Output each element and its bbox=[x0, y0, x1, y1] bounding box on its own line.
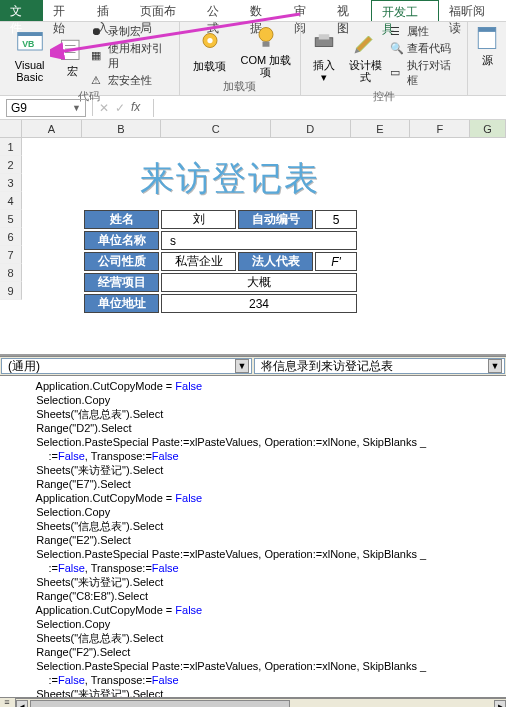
sheet-title: 来访登记表 bbox=[140, 156, 320, 202]
visitor-form-table: 姓名 刘 自动编号 5 单位名称 s 公司性质 私营企业 法人代表 F' 经营项… bbox=[82, 208, 359, 315]
cell-name[interactable]: 刘 bbox=[161, 210, 236, 229]
column-headers: A B C D E F G bbox=[0, 120, 506, 138]
cell-address[interactable]: 234 bbox=[161, 294, 357, 313]
svg-point-8 bbox=[207, 38, 212, 43]
tab-data[interactable]: 数据 bbox=[240, 0, 283, 21]
ribbon-tabs: 文件 开始 插入 页面布局 公式 数据 审阅 视图 开发工具 福昕阅读 bbox=[0, 0, 506, 22]
cell-reference: G9 bbox=[11, 101, 27, 115]
name-box[interactable]: G9 ▼ bbox=[6, 99, 86, 117]
scroll-right-icon[interactable]: ▸ bbox=[494, 700, 506, 707]
visual-basic-button[interactable]: VB Visual Basic bbox=[6, 24, 53, 88]
spreadsheet: A B C D E F G 1 2 3 4 5 6 7 8 9 来访登记表 姓名… bbox=[0, 120, 506, 356]
insert-control-icon bbox=[310, 29, 338, 57]
row-header-9[interactable]: 9 bbox=[0, 282, 22, 300]
source-label: 源 bbox=[482, 54, 493, 66]
relative-ref-button[interactable]: ▦使用相对引用 bbox=[91, 41, 173, 71]
tab-developer[interactable]: 开发工具 bbox=[371, 0, 440, 21]
label-org-name: 单位名称 bbox=[84, 231, 159, 250]
cell-auto-id[interactable]: 5 bbox=[315, 210, 357, 229]
tab-home[interactable]: 开始 bbox=[43, 0, 86, 21]
record-macro-button[interactable]: ⏺录制宏 bbox=[91, 24, 173, 39]
col-header-F[interactable]: F bbox=[410, 120, 470, 138]
row-header-2[interactable]: 2 bbox=[0, 156, 22, 174]
cell-business[interactable]: 大概 bbox=[161, 273, 357, 292]
source-button[interactable]: 源 bbox=[474, 24, 500, 66]
com-addins-button[interactable]: COM 加载项 bbox=[238, 24, 294, 78]
macro-security-button[interactable]: ⚠宏安全性 bbox=[91, 73, 173, 88]
vba-bottom-bar: ≡▦ ◂ ▸ bbox=[0, 698, 506, 707]
label-name: 姓名 bbox=[84, 210, 159, 229]
vba-horizontal-scrollbar[interactable]: ◂ ▸ bbox=[16, 698, 506, 707]
relative-ref-icon: ▦ bbox=[91, 49, 105, 63]
view-code-button[interactable]: 🔍查看代码 bbox=[390, 41, 461, 56]
label-legal-rep: 法人代表 bbox=[238, 252, 313, 271]
cell-legal-rep[interactable]: F' bbox=[315, 252, 357, 271]
row-header-3[interactable]: 3 bbox=[0, 174, 22, 192]
tab-formula[interactable]: 公式 bbox=[197, 0, 240, 21]
col-header-C[interactable]: C bbox=[161, 120, 271, 138]
vba-object-value: (通用) bbox=[8, 358, 40, 375]
tab-foxit[interactable]: 福昕阅读 bbox=[439, 0, 506, 21]
insert-control-button[interactable]: 插入▾ bbox=[307, 24, 341, 88]
row-header-8[interactable]: 8 bbox=[0, 264, 22, 282]
group-xml: 源 bbox=[468, 22, 506, 95]
vba-view-buttons[interactable]: ≡▦ bbox=[0, 698, 16, 707]
label-company-type: 公司性质 bbox=[84, 252, 159, 271]
vba-procedure-combo[interactable]: 将信息录到来访登记总表 ▼ bbox=[254, 358, 505, 374]
properties-button[interactable]: ☰属性 bbox=[390, 24, 461, 39]
tab-file[interactable]: 文件 bbox=[0, 0, 43, 21]
fx-button[interactable]: fx bbox=[131, 100, 147, 116]
tab-layout[interactable]: 页面布局 bbox=[130, 0, 197, 21]
row-headers: 1 2 3 4 5 6 7 8 9 bbox=[0, 138, 22, 300]
cell-org-name[interactable]: s bbox=[161, 231, 357, 250]
addins-icon bbox=[196, 30, 224, 58]
formula-input[interactable] bbox=[153, 99, 500, 117]
svg-rect-10 bbox=[262, 42, 269, 47]
macros-button[interactable]: 宏 bbox=[57, 24, 87, 88]
run-dialog-icon: ▭ bbox=[390, 66, 404, 80]
cancel-icon: ✕ bbox=[99, 101, 109, 115]
col-header-B[interactable]: B bbox=[82, 120, 162, 138]
row-header-4[interactable]: 4 bbox=[0, 192, 22, 210]
addins-button[interactable]: 加载项 bbox=[186, 24, 234, 78]
run-dialog-button[interactable]: ▭执行对话框 bbox=[390, 58, 461, 88]
scroll-left-icon[interactable]: ◂ bbox=[16, 700, 28, 707]
svg-rect-1 bbox=[17, 33, 42, 37]
svg-text:VB: VB bbox=[22, 39, 34, 49]
select-all-corner[interactable] bbox=[0, 120, 22, 138]
enter-icon: ✓ bbox=[115, 101, 125, 115]
row-header-1[interactable]: 1 bbox=[0, 138, 22, 156]
tab-insert[interactable]: 插入 bbox=[87, 0, 130, 21]
col-header-G[interactable]: G bbox=[470, 120, 506, 138]
group-controls: 插入▾ 设计模式 ☰属性 🔍查看代码 ▭执行对话框 控件 bbox=[301, 22, 468, 95]
svg-rect-14 bbox=[478, 28, 496, 32]
com-addins-icon bbox=[252, 24, 280, 52]
row-header-5[interactable]: 5 bbox=[0, 210, 22, 228]
col-header-E[interactable]: E bbox=[351, 120, 411, 138]
dropdown-arrow-icon[interactable]: ▼ bbox=[235, 359, 249, 373]
vba-object-combo[interactable]: (通用) ▼ bbox=[1, 358, 252, 374]
source-icon bbox=[473, 24, 501, 52]
row-header-7[interactable]: 7 bbox=[0, 246, 22, 264]
col-header-A[interactable]: A bbox=[22, 120, 82, 138]
col-header-D[interactable]: D bbox=[271, 120, 351, 138]
dropdown-arrow-icon[interactable]: ▼ bbox=[488, 359, 502, 373]
tab-review[interactable]: 审阅 bbox=[284, 0, 327, 21]
com-addins-label: COM 加载项 bbox=[238, 54, 294, 78]
tab-view[interactable]: 视图 bbox=[327, 0, 370, 21]
vba-code-editor[interactable]: Application.CutCopyMode = False Selectio… bbox=[0, 376, 506, 698]
scrollbar-thumb[interactable] bbox=[30, 700, 290, 707]
ribbon: VB Visual Basic 宏 ⏺录制宏 ▦使用相对引用 ⚠宏安全性 代码 … bbox=[0, 22, 506, 96]
macros-label: 宏 bbox=[67, 65, 78, 77]
group-code: VB Visual Basic 宏 ⏺录制宏 ▦使用相对引用 ⚠宏安全性 代码 bbox=[0, 22, 180, 95]
row-header-6[interactable]: 6 bbox=[0, 228, 22, 246]
visual-basic-icon: VB bbox=[16, 29, 44, 57]
record-icon: ⏺ bbox=[91, 25, 105, 39]
design-mode-button[interactable]: 设计模式 bbox=[344, 24, 385, 88]
visual-basic-label: Visual Basic bbox=[6, 59, 53, 83]
svg-rect-3 bbox=[62, 40, 80, 59]
addins-label: 加载项 bbox=[193, 60, 226, 72]
label-business: 经营项目 bbox=[84, 273, 159, 292]
name-box-dropdown-icon[interactable]: ▼ bbox=[72, 103, 81, 113]
cell-company-type[interactable]: 私营企业 bbox=[161, 252, 236, 271]
